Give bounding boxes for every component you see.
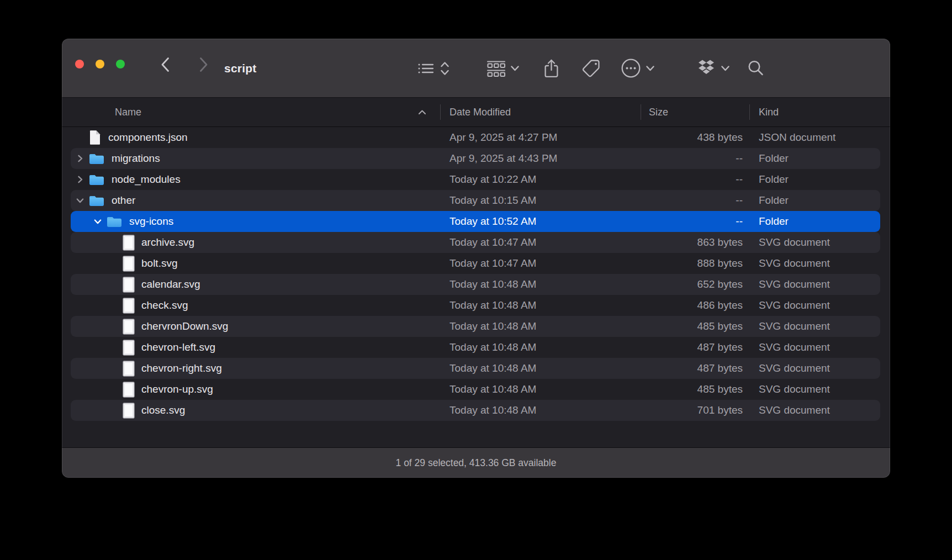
file-name: svg-icons — [129, 215, 173, 228]
table-row[interactable]: calendar.svg Today at 10:48 AM 652 bytes… — [62, 274, 890, 295]
file-size: 486 bytes — [641, 299, 749, 311]
view-options-button[interactable] — [416, 60, 451, 77]
table-row[interactable]: node_modules Today at 10:22 AM -- Folder — [62, 169, 890, 190]
file-kind: Folder — [749, 173, 890, 186]
file-kind: JSON document — [749, 131, 890, 144]
svg-document-icon — [123, 256, 135, 272]
table-row[interactable]: chervronDown.svg Today at 10:48 AM 485 b… — [62, 316, 890, 337]
title-bar[interactable]: script — [62, 39, 890, 98]
status-bar: 1 of 29 selected, 413.36 GB available — [62, 447, 890, 478]
list-view-icon — [416, 60, 435, 77]
svg-document-icon — [123, 319, 135, 335]
file-name: components.json — [108, 131, 188, 144]
svg-document-icon — [123, 235, 135, 251]
svg-document-icon — [123, 298, 135, 314]
file-kind: SVG document — [749, 278, 890, 290]
file-size: -- — [641, 194, 749, 207]
share-icon — [543, 59, 560, 78]
json-document-icon — [88, 130, 102, 146]
svg-document-icon — [123, 256, 135, 272]
file-size: -- — [641, 215, 749, 228]
folder-icon — [88, 194, 105, 207]
search-icon — [747, 59, 765, 77]
disclosure-triangle[interactable] — [74, 131, 86, 144]
file-size: 485 bytes — [641, 383, 749, 395]
file-kind: SVG document — [749, 341, 890, 353]
file-kind: SVG document — [749, 257, 890, 270]
folder-icon — [88, 173, 105, 186]
file-size: 863 bytes — [641, 236, 749, 249]
column-divider[interactable] — [641, 104, 641, 120]
group-by-button[interactable] — [486, 60, 520, 77]
file-name: calendar.svg — [141, 278, 200, 290]
table-row[interactable]: components.json Apr 9, 2025 at 4:27 PM 4… — [62, 127, 890, 148]
column-header-kind[interactable]: Kind — [749, 107, 890, 118]
table-row[interactable]: chevron-right.svg Today at 10:48 AM 487 … — [62, 358, 890, 379]
sort-chevrons-icon — [439, 60, 451, 77]
minimize-window-button[interactable] — [96, 60, 104, 68]
back-button[interactable] — [159, 56, 172, 76]
file-size: 438 bytes — [641, 131, 749, 144]
tags-button[interactable] — [581, 59, 601, 78]
file-date-modified: Today at 10:22 AM — [440, 173, 641, 186]
tag-icon — [581, 59, 601, 78]
chevron-down-icon — [646, 65, 655, 72]
table-row[interactable]: check.svg Today at 10:48 AM 486 bytes SV… — [62, 295, 890, 316]
file-date-modified: Today at 10:47 AM — [440, 257, 641, 270]
file-kind: Folder — [749, 152, 890, 165]
table-row[interactable]: close.svg Today at 10:48 AM 701 bytes SV… — [62, 400, 890, 421]
file-kind: SVG document — [749, 320, 890, 332]
file-kind: Folder — [749, 215, 890, 228]
file-name: bolt.svg — [141, 257, 177, 270]
svg-document-icon — [123, 340, 135, 356]
svg-document-icon — [123, 382, 135, 398]
svg-document-icon — [123, 235, 135, 251]
svg-document-icon — [123, 277, 135, 293]
svg-document-icon — [123, 403, 135, 419]
table-row[interactable]: chevron-left.svg Today at 10:48 AM 487 b… — [62, 337, 890, 358]
forward-button[interactable] — [197, 56, 210, 76]
search-button[interactable] — [747, 59, 765, 77]
table-row[interactable]: svg-icons Today at 10:52 AM -- Folder — [62, 211, 890, 232]
folder-icon — [106, 215, 123, 228]
chevron-down-icon — [92, 216, 103, 227]
traffic-lights — [75, 60, 125, 68]
column-divider[interactable] — [440, 104, 441, 120]
file-size: 888 bytes — [641, 257, 749, 270]
close-window-button[interactable] — [75, 60, 84, 68]
column-header-name[interactable]: Name — [62, 98, 440, 126]
toolbar — [416, 39, 765, 98]
svg-document-icon — [123, 382, 135, 398]
file-size: 701 bytes — [641, 404, 749, 416]
disclosure-triangle[interactable] — [92, 215, 104, 228]
table-row[interactable]: migrations Apr 9, 2025 at 4:43 PM -- Fol… — [62, 148, 890, 169]
table-row[interactable]: chevron-up.svg Today at 10:48 AM 485 byt… — [62, 379, 890, 400]
dropbox-button[interactable] — [696, 59, 730, 77]
share-button[interactable] — [543, 59, 560, 78]
table-row[interactable]: other Today at 10:15 AM -- Folder — [62, 190, 890, 211]
chevron-down-icon — [75, 195, 86, 206]
column-header-size[interactable]: Size — [641, 107, 749, 118]
table-row[interactable]: archive.svg Today at 10:47 AM 863 bytes … — [62, 232, 890, 253]
more-options-button[interactable] — [620, 57, 655, 79]
file-size: 487 bytes — [641, 362, 749, 374]
file-kind: SVG document — [749, 383, 890, 395]
json-document-icon — [88, 130, 102, 146]
file-kind: SVG document — [749, 299, 890, 311]
table-row[interactable]: bolt.svg Today at 10:47 AM 888 bytes SVG… — [62, 253, 890, 274]
more-options-icon — [620, 57, 642, 79]
file-size: 652 bytes — [641, 278, 749, 290]
disclosure-triangle[interactable] — [74, 152, 86, 165]
disclosure-triangle[interactable] — [74, 194, 86, 207]
file-kind: SVG document — [749, 236, 890, 249]
file-name: chervronDown.svg — [141, 320, 228, 332]
status-text: 1 of 29 selected, 413.36 GB available — [396, 457, 557, 469]
column-divider[interactable] — [749, 104, 750, 120]
file-name: close.svg — [141, 404, 185, 416]
file-kind: Folder — [749, 194, 890, 207]
column-header-date-modified[interactable]: Date Modified — [440, 107, 641, 118]
file-date-modified: Today at 10:48 AM — [440, 320, 641, 332]
disclosure-triangle[interactable] — [74, 173, 86, 186]
file-date-modified: Today at 10:48 AM — [440, 278, 641, 290]
zoom-window-button[interactable] — [116, 60, 125, 68]
